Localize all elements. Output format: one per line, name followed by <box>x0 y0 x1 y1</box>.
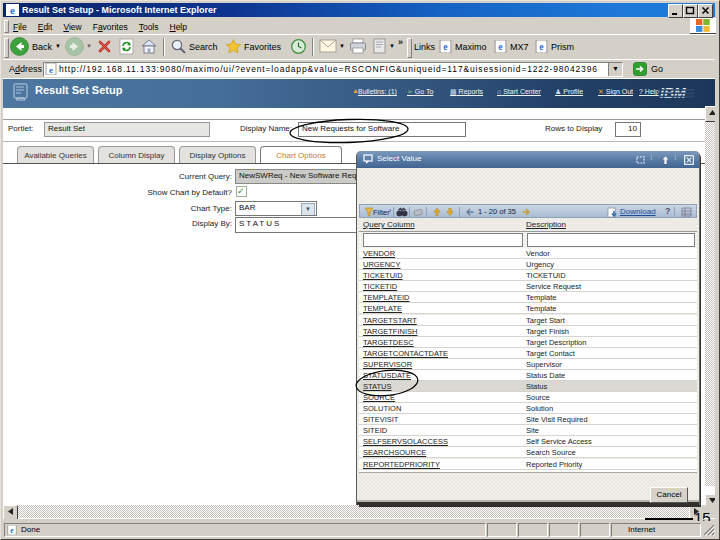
svg-text:e: e <box>443 41 448 52</box>
svg-text:e: e <box>539 41 544 52</box>
svg-text:e: e <box>49 65 53 75</box>
svg-text:e: e <box>10 4 15 16</box>
svg-text:e: e <box>498 41 503 52</box>
